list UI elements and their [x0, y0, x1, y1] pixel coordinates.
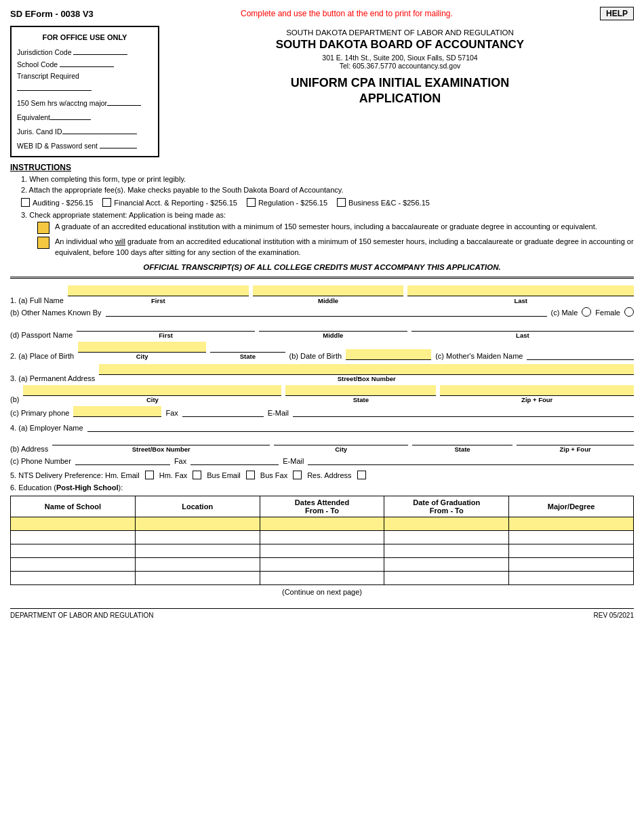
edu-row3-graduation[interactable] [384, 544, 509, 558]
email-4c-input[interactable] [308, 454, 634, 465]
edu-row2-location[interactable] [135, 531, 260, 544]
fax-3c-input[interactable] [182, 406, 264, 417]
fee-regulation-checkbox[interactable] [247, 198, 256, 207]
birth-state-label: State [240, 353, 256, 360]
birth-state-input[interactable] [210, 342, 285, 353]
city-3b-group: City [23, 385, 281, 403]
bus-fax-checkbox[interactable] [293, 471, 302, 479]
board-name: SOUTH DAKOTA BOARD OF ACCOUNTANCY [166, 38, 634, 52]
passport-first-input[interactable] [77, 321, 255, 332]
fee-business-checkbox[interactable] [337, 198, 346, 207]
org-address: 301 E. 14th St., Suite 200, Sioux Falls,… [166, 54, 634, 70]
passport-last-group: Last [411, 321, 634, 339]
city-3b-label: City [146, 396, 159, 403]
state-4b-group: State [412, 435, 512, 453]
edu-row3-location[interactable] [135, 544, 260, 558]
edu-row3-dates[interactable] [260, 544, 384, 558]
fullname-first-input[interactable] [68, 285, 249, 296]
edu-row3-school[interactable] [11, 544, 136, 558]
city-4b-input[interactable] [274, 435, 408, 445]
edu-row2-school[interactable] [11, 531, 136, 544]
edu-row2-graduation[interactable] [384, 531, 509, 544]
edu-table-row-1 [11, 517, 634, 531]
state-3b-input[interactable] [285, 385, 436, 396]
fax-3c-label: Fax [165, 409, 178, 417]
fullname-middle-input[interactable] [253, 285, 403, 296]
fullname-last-input[interactable] [407, 285, 634, 296]
form-id: SD EForm - 0038 V3 [10, 9, 94, 19]
continue-note: (Continue on next page) [10, 588, 634, 596]
edu-row5-location[interactable] [135, 572, 260, 585]
res-address-checkbox[interactable] [357, 471, 366, 479]
office-field-juris: Juris. Cand ID [17, 126, 153, 138]
fullname-first-group: First [68, 285, 249, 304]
edu-row2-major[interactable] [509, 531, 634, 544]
dob-group [346, 349, 431, 360]
edu-row5-school[interactable] [11, 572, 136, 585]
edu-table-row-4 [11, 558, 634, 572]
edu-row1-dates[interactable] [260, 517, 384, 531]
edu-row1-graduation[interactable] [384, 517, 509, 531]
zip-4b-input[interactable] [517, 435, 634, 445]
edu-row4-school[interactable] [11, 558, 136, 572]
dob-input[interactable] [346, 349, 431, 360]
section-5-row: 5. NTS Delivery Preference: Hm. Email Hm… [10, 471, 634, 479]
city-4b-group: City [274, 435, 408, 453]
statement-1-checkbox[interactable] [37, 222, 49, 234]
edu-row5-graduation[interactable] [384, 572, 509, 585]
fee-financial-checkbox[interactable] [102, 198, 111, 207]
zip-4b-label: Zip + Four [559, 445, 590, 453]
phone-4c-input[interactable] [75, 454, 170, 465]
edu-row4-dates[interactable] [260, 558, 384, 572]
edu-row5-dates[interactable] [260, 572, 384, 585]
help-button[interactable]: HELP [600, 7, 634, 20]
double-line-divider [10, 277, 634, 279]
bus-email-checkbox[interactable] [246, 471, 255, 479]
section-2b-label: (b) Date of Birth [289, 352, 342, 360]
birth-city-group: City [78, 342, 206, 360]
middle-label: Middle [318, 297, 338, 304]
address-4b-input[interactable] [52, 435, 270, 445]
primary-phone-input[interactable] [73, 406, 161, 417]
edu-row2-dates[interactable] [260, 531, 384, 544]
address-4b-group: Street/Box Number [52, 435, 270, 453]
zip-3b-input[interactable] [440, 385, 634, 396]
edu-row1-school[interactable] [11, 517, 136, 531]
employer-name-input[interactable] [87, 421, 634, 432]
male-radio[interactable] [582, 307, 591, 317]
email-3c-input[interactable] [293, 406, 634, 417]
section-3b-row: (b) City State Zip + Four [10, 385, 634, 403]
edu-row4-graduation[interactable] [384, 558, 509, 572]
edu-row3-major[interactable] [509, 544, 634, 558]
top-bar: SD EForm - 0038 V3 Complete and use the … [10, 7, 634, 20]
passport-last-input[interactable] [411, 321, 634, 332]
statement-1-text: A graduate of an accredited educational … [55, 222, 634, 232]
edu-row5-major[interactable] [509, 572, 634, 585]
state-3b-group: State [285, 385, 436, 403]
section-1b-row: (b) Other Names Known By (c) Male Female [10, 306, 634, 317]
edu-row1-major[interactable] [509, 517, 634, 531]
birth-city-input[interactable] [78, 342, 206, 353]
statement-2-checkbox[interactable] [37, 237, 49, 249]
state-4b-label: State [454, 445, 470, 453]
female-radio[interactable] [624, 307, 634, 317]
other-names-input[interactable] [106, 306, 547, 317]
maiden-name-input[interactable] [527, 349, 634, 360]
perm-address-input[interactable] [99, 364, 634, 375]
instructions-title: INSTRUCTIONS [10, 163, 634, 172]
zip-3b-group: Zip + Four [440, 385, 634, 403]
edu-row4-location[interactable] [135, 558, 260, 572]
fullname-middle-group: Middle [253, 285, 403, 304]
passport-middle-input[interactable] [259, 321, 407, 332]
hm-email-checkbox[interactable] [145, 471, 154, 479]
edu-row4-major[interactable] [509, 558, 634, 572]
city-3b-input[interactable] [23, 385, 281, 396]
fax-4c-input[interactable] [190, 454, 279, 465]
edu-row1-location[interactable] [135, 517, 260, 531]
office-box: FOR OFFICE USE ONLY Jurisdiction Code Sc… [10, 26, 159, 157]
fee-auditing-checkbox[interactable] [21, 198, 30, 207]
hm-fax-checkbox[interactable] [193, 471, 201, 479]
state-4b-input[interactable] [412, 435, 512, 445]
instruction-2: 2. Attach the appropriate fee(s). Make c… [21, 186, 634, 194]
section-3c-label: (c) Primary phone [10, 409, 69, 417]
